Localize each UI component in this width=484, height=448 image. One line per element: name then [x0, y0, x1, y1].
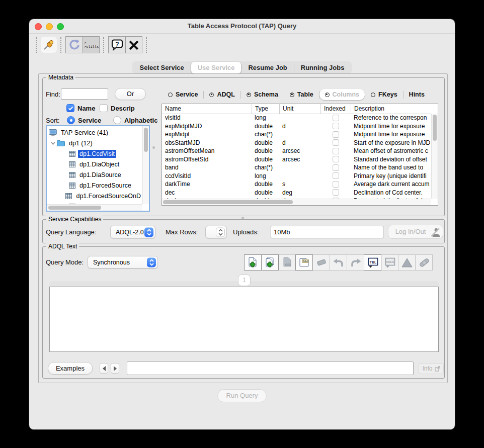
metadata-tab-adql[interactable]: ADQL: [204, 89, 240, 100]
reload-icon: [68, 39, 80, 51]
or-button[interactable]: Or: [115, 88, 146, 100]
indexed-checkbox[interactable]: [333, 156, 339, 162]
table-row[interactable]: band char(*) Name of the band used to: [162, 163, 431, 172]
chevron-down-icon[interactable]: [49, 141, 57, 146]
rename-sheet-button[interactable]: Abc: [295, 254, 313, 271]
insert-columns-button[interactable]: COLS: [381, 254, 398, 271]
help-button[interactable]: ?: [109, 37, 125, 53]
table-horizontal-scrollbar[interactable]: [162, 199, 431, 205]
table-row[interactable]: darkTime double s Average dark current a…: [162, 180, 431, 189]
titlebar[interactable]: Table Access Protocol (TAP) Query: [29, 19, 455, 34]
sort-alphabetic-radio[interactable]: [113, 116, 121, 124]
reload-button[interactable]: [66, 37, 83, 53]
next-example-button[interactable]: [111, 363, 119, 374]
tap-query-window: Table Access Protocol (TAP) Query > >sti…: [29, 19, 455, 430]
tree-item-dp1-forcedsource[interactable]: dp1.ForcedSource: [47, 180, 142, 191]
table-row[interactable]: expMidpt char(*) Midpoint time for expos…: [162, 130, 431, 139]
examples-button[interactable]: Examples: [48, 362, 93, 375]
undo-button[interactable]: [330, 254, 347, 271]
pin-window-button[interactable]: [41, 37, 57, 53]
sheet-tab-1[interactable]: 1: [238, 275, 251, 286]
table-row[interactable]: visitId long Reference to the correspon: [162, 114, 431, 122]
redo-button[interactable]: [347, 254, 364, 271]
uploads-input[interactable]: [271, 226, 383, 238]
descrip-checkbox[interactable]: [100, 104, 108, 112]
indexed-checkbox[interactable]: [333, 148, 339, 154]
radio-state-icon: [371, 93, 375, 97]
table-row[interactable]: astromOffsetStd double arcsec Standard d…: [162, 155, 431, 164]
copy-sheet-button[interactable]: [261, 254, 279, 271]
tab-running-jobs[interactable]: Running Jobs: [294, 62, 351, 73]
indexed-checkbox[interactable]: [333, 139, 339, 146]
tab-resume-job[interactable]: Resume Job: [241, 62, 293, 73]
indexed-checkbox[interactable]: [333, 189, 339, 196]
fix-error-button[interactable]: [415, 254, 433, 271]
find-label: Find:: [46, 91, 60, 98]
table-row[interactable]: expMidptMJD double d Midpoint time for e…: [162, 122, 431, 131]
sort-service-radio[interactable]: [67, 116, 75, 124]
indexed-checkbox[interactable]: [333, 181, 339, 188]
indexed-checkbox[interactable]: [333, 123, 339, 129]
indexed-checkbox[interactable]: [333, 172, 339, 179]
name-checkbox[interactable]: [66, 104, 74, 112]
query-mode-select[interactable]: Synchronous: [88, 256, 158, 268]
tree-item-dp1-diasource[interactable]: dp1.DiaSource: [47, 169, 142, 180]
table-row[interactable]: ccdVisitId long Primary key (unique iden…: [162, 172, 431, 181]
table-vertical-scrollbar[interactable]: [431, 114, 438, 199]
metadata-tab-schema[interactable]: Schema: [241, 89, 284, 100]
query-language-select[interactable]: ADQL-2.0: [110, 226, 155, 238]
run-query-button[interactable]: Run Query: [218, 389, 267, 402]
indexed-checkbox[interactable]: [333, 131, 339, 138]
example-input[interactable]: [127, 362, 414, 375]
remove-sheet-button[interactable]: [278, 254, 296, 271]
table-row[interactable]: dec double deg Declination of Ccd center…: [162, 189, 431, 197]
login-button[interactable]: Log In/Out: [388, 225, 443, 239]
stilts-button[interactable]: > >stilts: [83, 37, 99, 53]
scrollbar-thumb[interactable]: [144, 128, 148, 152]
metadata-tab-service[interactable]: Service: [163, 89, 203, 100]
add-sheet-button[interactable]: [244, 254, 262, 271]
indexed-checkbox[interactable]: [333, 115, 339, 121]
sheet-rename-icon: Abc: [298, 257, 310, 268]
split-handle[interactable]: [152, 146, 155, 149]
metadata-tab-bar: Service ADQL Schema Table Columns FKeys …: [163, 88, 430, 101]
table-row[interactable]: astromOffsetMean double arcsec Mean offs…: [162, 147, 431, 155]
metadata-tab-hints[interactable]: Hints: [404, 89, 430, 100]
metadata-tab-columns[interactable]: Columns: [319, 89, 365, 100]
metadata-tab-fkeys[interactable]: FKeys: [365, 89, 403, 100]
toolbar-separator: [60, 37, 62, 53]
max-rows-spinner[interactable]: [205, 226, 227, 238]
info-button[interactable]: Info: [419, 363, 444, 374]
toolbar-separator: [146, 37, 147, 53]
tree-item-dp1-forcedsourceond[interactable]: dp1.ForcedSourceOnD: [47, 191, 142, 201]
tree-item-dp1-12[interactable]: dp1 (12): [47, 138, 142, 148]
columns-table: NameTypeUnitIndexedDescription visitId l…: [162, 104, 438, 206]
undo-icon: [333, 258, 344, 267]
tree-horizontal-scrollbar[interactable]: [47, 204, 142, 211]
tree-item-tap-service-41[interactable]: TAP Service (41): [47, 127, 142, 138]
erase-text-button[interactable]: [312, 254, 330, 271]
cols-icon: COLS: [384, 257, 396, 268]
parse-error-button[interactable]: [398, 254, 416, 271]
tree-item-dp1-diaobject[interactable]: dp1.DiaObject: [47, 159, 142, 169]
uploads-label: Uploads:: [233, 228, 259, 236]
previous-example-button[interactable]: [100, 363, 108, 374]
bandage-icon: [418, 256, 430, 268]
table-row[interactable]: obsStartMJD double d Start of the exposu…: [162, 139, 431, 147]
scrollbar-thumb[interactable]: [48, 206, 101, 210]
metadata-tab-table[interactable]: Table: [284, 89, 319, 100]
find-input[interactable]: [61, 88, 108, 100]
sort-alphabetic-label: Alphabetic: [124, 117, 157, 124]
tab-use-service[interactable]: Use Service: [191, 62, 241, 73]
tree-item-dp1-ccdvisit[interactable]: dp1.CcdVisit: [47, 148, 142, 159]
adql-text-area[interactable]: [49, 287, 439, 352]
tab-select-service[interactable]: Select Service: [133, 62, 191, 73]
close-button[interactable]: [125, 37, 142, 53]
scrollbar-thumb[interactable]: [433, 115, 437, 141]
tree-vertical-scrollbar[interactable]: [142, 126, 149, 204]
insert-table-button[interactable]: TBL: [364, 254, 381, 271]
indexed-checkbox[interactable]: [333, 164, 339, 171]
scrollbar-thumb[interactable]: [163, 200, 293, 204]
toolbar: > >stilts ?: [29, 34, 455, 56]
descrip-checkbox-label: Descrip: [111, 105, 135, 112]
